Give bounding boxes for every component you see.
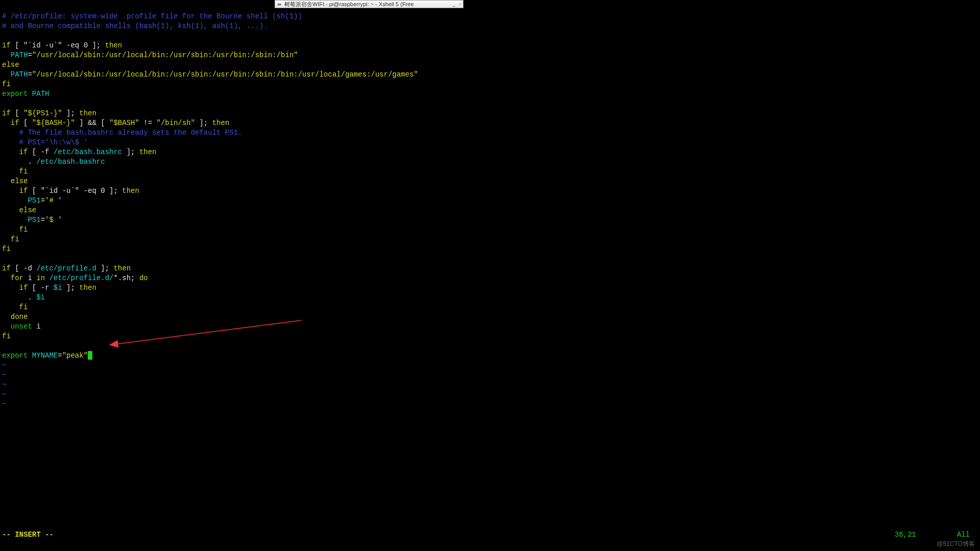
cursor-position: 36,21 [895, 530, 916, 540]
vim-tilde: ~ [2, 400, 6, 408]
vim-mode-indicator: -- INSERT -- [2, 530, 54, 540]
minimize-button[interactable]: _ [453, 0, 455, 9]
vim-tilde: ~ [2, 371, 6, 379]
window-title: 树莓派宿舍WIFI - pi@raspberrypi: ~ - Xshell 5… [284, 0, 453, 9]
cursor-icon [88, 351, 92, 360]
maximize-button[interactable]: ▫ [459, 0, 461, 9]
code-comment: # and Bourne compatible shells (bash(1),… [2, 22, 268, 30]
vim-tilde: ~ [2, 361, 6, 369]
watermark: @51CTO博客 [937, 539, 975, 549]
code-comment: # /etc/profile: system-wide .profile fil… [2, 12, 302, 20]
window-titlebar[interactable]: ⇹ 树莓派宿舍WIFI - pi@raspberrypi: ~ - Xshell… [275, 0, 463, 8]
terminal-editor[interactable]: # /etc/profile: system-wide .profile fil… [2, 2, 978, 549]
pin-icon[interactable]: ⇹ [277, 0, 281, 9]
vim-tilde: ~ [2, 390, 6, 398]
vim-tilde: ~ [2, 381, 6, 389]
scroll-position: All [957, 530, 970, 540]
